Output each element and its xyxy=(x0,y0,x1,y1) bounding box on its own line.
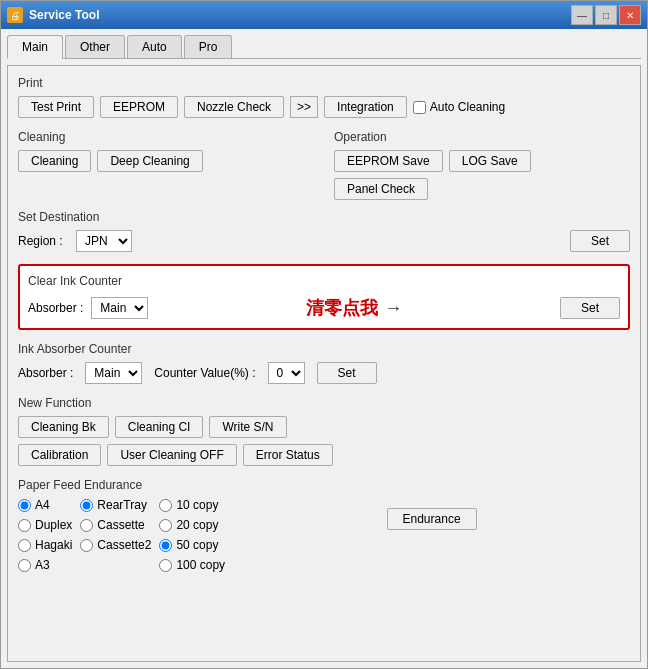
cleaning-ci-button[interactable]: Cleaning CI xyxy=(115,416,204,438)
paper-feed-endurance-section: Paper Feed Endurance A4 Duplex Hagaki xyxy=(18,478,630,572)
radio-10copy[interactable]: 10 copy xyxy=(159,498,225,512)
minimize-button[interactable]: — xyxy=(571,5,593,25)
radio-cassette-input[interactable] xyxy=(80,519,93,532)
content-area: Main Other Auto Pro Print Test Print EEP… xyxy=(1,29,647,668)
copy-count-group: 10 copy 20 copy 50 copy 100 copy xyxy=(159,498,225,572)
log-save-button[interactable]: LOG Save xyxy=(449,150,531,172)
eeprom-button[interactable]: EEPROM xyxy=(100,96,178,118)
radio-cassette2-input[interactable] xyxy=(80,539,93,552)
auto-cleaning-label[interactable]: Auto Cleaning xyxy=(413,100,505,114)
radio-20copy[interactable]: 20 copy xyxy=(159,518,225,532)
annotation-arrow: → xyxy=(384,298,402,319)
cleaning-label: Cleaning xyxy=(18,130,314,144)
error-status-button[interactable]: Error Status xyxy=(243,444,333,466)
absorber-counter-row: Absorber : Main Sub Counter Value(%) : 0… xyxy=(18,362,630,384)
clear-ink-counter-label: Clear Ink Counter xyxy=(28,274,620,288)
app-icon: 🖨 xyxy=(7,7,23,23)
clear-absorber-label: Absorber : xyxy=(28,301,83,315)
operation-buttons: EEPROM Save LOG Save Panel Check xyxy=(334,150,630,200)
clear-ink-counter-section: Clear Ink Counter Absorber : Main Sub 清零… xyxy=(18,264,630,330)
cleaning-bk-button[interactable]: Cleaning Bk xyxy=(18,416,109,438)
destination-row: Region : JPN USA EUR Set xyxy=(18,230,630,252)
print-buttons: Test Print EEPROM Nozzle Check >> Integr… xyxy=(18,96,630,118)
ink-absorber-counter-section: Ink Absorber Counter Absorber : Main Sub… xyxy=(18,342,630,384)
paper-type-group: A4 Duplex Hagaki A3 xyxy=(18,498,72,572)
deep-cleaning-button[interactable]: Deep Cleaning xyxy=(97,150,202,172)
radio-10copy-input[interactable] xyxy=(159,499,172,512)
radio-reartray-input[interactable] xyxy=(80,499,93,512)
close-button[interactable]: ✕ xyxy=(619,5,641,25)
arrow-button[interactable]: >> xyxy=(290,96,318,118)
endurance-button-area: Endurance xyxy=(233,498,630,530)
clear-ink-set-button[interactable]: Set xyxy=(560,297,620,319)
cleaning-button[interactable]: Cleaning xyxy=(18,150,91,172)
restore-button[interactable]: □ xyxy=(595,5,617,25)
set-destination-label: Set Destination xyxy=(18,210,630,224)
radio-20copy-input[interactable] xyxy=(159,519,172,532)
panel-check-button[interactable]: Panel Check xyxy=(334,178,428,200)
write-sn-button[interactable]: Write S/N xyxy=(209,416,286,438)
endurance-button[interactable]: Endurance xyxy=(387,508,477,530)
new-function-label: New Function xyxy=(18,396,630,410)
radio-a4-input[interactable] xyxy=(18,499,31,512)
chinese-text: 清零点我 xyxy=(306,296,378,320)
operation-label: Operation xyxy=(334,130,630,144)
radio-100copy-input[interactable] xyxy=(159,559,172,572)
ink-absorber-counter-label: Ink Absorber Counter xyxy=(18,342,630,356)
absorber-counter-select[interactable]: Main Sub xyxy=(85,362,142,384)
absorber-counter-label: Absorber : xyxy=(18,366,73,380)
radio-50copy-input[interactable] xyxy=(159,539,172,552)
tab-pro[interactable]: Pro xyxy=(184,35,233,58)
test-print-button[interactable]: Test Print xyxy=(18,96,94,118)
window-title: Service Tool xyxy=(29,8,99,22)
radio-reartray[interactable]: RearTray xyxy=(80,498,151,512)
nozzle-check-button[interactable]: Nozzle Check xyxy=(184,96,284,118)
clear-absorber-select[interactable]: Main Sub xyxy=(91,297,148,319)
paper-feed-content: A4 Duplex Hagaki A3 xyxy=(18,498,630,572)
cleaning-section: Cleaning Cleaning Deep Cleaning xyxy=(18,130,314,200)
cleaning-buttons: Cleaning Deep Cleaning xyxy=(18,150,314,172)
radio-a3[interactable]: A3 xyxy=(18,558,72,572)
set-destination-section: Set Destination Region : JPN USA EUR Set xyxy=(18,210,630,252)
tab-other[interactable]: Other xyxy=(65,35,125,58)
title-bar: 🖨 Service Tool — □ ✕ xyxy=(1,1,647,29)
integration-button[interactable]: Integration xyxy=(324,96,407,118)
window-controls: — □ ✕ xyxy=(571,5,641,25)
tab-auto[interactable]: Auto xyxy=(127,35,182,58)
tray-type-group: RearTray Cassette Cassette2 xyxy=(80,498,151,552)
destination-set-button[interactable]: Set xyxy=(570,230,630,252)
radio-a4[interactable]: A4 xyxy=(18,498,72,512)
clear-ink-left: Absorber : Main Sub xyxy=(28,297,148,319)
region-select[interactable]: JPN USA EUR xyxy=(76,230,132,252)
radio-cassette[interactable]: Cassette xyxy=(80,518,151,532)
clear-ink-counter-row: Absorber : Main Sub 清零点我 → Set xyxy=(28,296,620,320)
tab-main[interactable]: Main xyxy=(7,35,63,59)
cleaning-operation-row: Cleaning Cleaning Deep Cleaning Operatio… xyxy=(18,130,630,200)
main-panel: Print Test Print EEPROM Nozzle Check >> … xyxy=(7,65,641,662)
title-bar-left: 🖨 Service Tool xyxy=(7,7,99,23)
counter-value-label: Counter Value(%) : xyxy=(154,366,255,380)
radio-a3-input[interactable] xyxy=(18,559,31,572)
radio-duplex[interactable]: Duplex xyxy=(18,518,72,532)
radio-50copy[interactable]: 50 copy xyxy=(159,538,225,552)
absorber-counter-set-button[interactable]: Set xyxy=(317,362,377,384)
main-window: 🖨 Service Tool — □ ✕ Main Other Auto Pro… xyxy=(0,0,648,669)
counter-value-select[interactable]: 0 xyxy=(268,362,305,384)
print-label: Print xyxy=(18,76,630,90)
paper-feed-label: Paper Feed Endurance xyxy=(18,478,630,492)
user-cleaning-off-button[interactable]: User Cleaning OFF xyxy=(107,444,236,466)
auto-cleaning-text: Auto Cleaning xyxy=(430,100,505,114)
calibration-button[interactable]: Calibration xyxy=(18,444,101,466)
radio-cassette2[interactable]: Cassette2 xyxy=(80,538,151,552)
new-function-row1: Cleaning Bk Cleaning CI Write S/N xyxy=(18,416,630,438)
radio-100copy[interactable]: 100 copy xyxy=(159,558,225,572)
chinese-annotation: 清零点我 → xyxy=(306,296,402,320)
eeprom-save-button[interactable]: EEPROM Save xyxy=(334,150,443,172)
radio-hagaki-input[interactable] xyxy=(18,539,31,552)
auto-cleaning-checkbox[interactable] xyxy=(413,101,426,114)
radio-hagaki[interactable]: Hagaki xyxy=(18,538,72,552)
operation-section: Operation EEPROM Save LOG Save Panel Che… xyxy=(334,130,630,200)
new-function-row2: Calibration User Cleaning OFF Error Stat… xyxy=(18,444,630,466)
tab-bar: Main Other Auto Pro xyxy=(7,35,641,59)
radio-duplex-input[interactable] xyxy=(18,519,31,532)
